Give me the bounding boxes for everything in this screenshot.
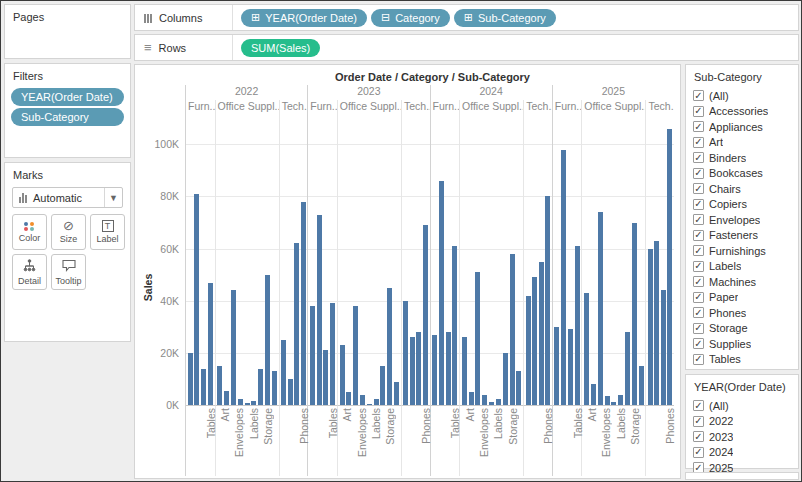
bar[interactable] (625, 332, 630, 405)
subcategory-filter-item[interactable]: ✓Art (690, 135, 794, 151)
detail-button[interactable]: Detail (12, 254, 47, 290)
bar[interactable] (188, 353, 193, 405)
bar[interactable] (584, 293, 589, 405)
bar[interactable] (452, 246, 457, 405)
bar[interactable] (410, 337, 415, 405)
category-header[interactable]: Tech.. (645, 100, 674, 114)
checkbox-checked[interactable]: ✓ (693, 199, 704, 210)
bar[interactable] (380, 366, 385, 405)
size-button[interactable]: ⊘Size (51, 214, 86, 250)
checkbox-checked[interactable]: ✓ (693, 431, 704, 442)
bar[interactable] (439, 181, 444, 405)
checkbox-checked[interactable]: ✓ (693, 245, 704, 256)
subcategory-filter-item[interactable]: ✓Phones (690, 305, 794, 321)
bar[interactable] (482, 395, 487, 405)
bar[interactable] (632, 223, 637, 406)
bar[interactable] (598, 212, 603, 405)
filter-pill[interactable]: YEAR(Order Date) (11, 88, 124, 106)
subcategory-filter-item[interactable]: ✓Tables (690, 352, 794, 368)
checkbox-checked[interactable]: ✓ (693, 121, 704, 132)
bar[interactable] (231, 290, 236, 405)
mark-type-dropdown[interactable]: Automatic ▼ (12, 187, 123, 208)
expand-icon[interactable]: ⊞ (464, 11, 473, 24)
bar[interactable] (387, 288, 392, 405)
checkbox-checked[interactable]: ✓ (693, 183, 704, 194)
category-header[interactable]: Furn.. (308, 100, 337, 114)
collapse-icon[interactable]: ⊟ (381, 11, 390, 24)
bar[interactable] (201, 369, 206, 406)
bar[interactable] (561, 150, 566, 406)
bar[interactable] (323, 350, 328, 405)
year-header[interactable]: 2024 (431, 85, 552, 100)
bar[interactable] (526, 296, 531, 406)
year-header[interactable]: 2022 (186, 85, 307, 100)
bar[interactable] (554, 327, 559, 405)
subcategory-filter-item[interactable]: ✓Chairs (690, 181, 794, 197)
category-header[interactable]: Furn.. (553, 100, 582, 114)
bar[interactable] (648, 249, 653, 405)
year-filter-item[interactable]: ✓2023 (690, 429, 794, 445)
category-header[interactable]: Tech.. (279, 100, 308, 114)
bar[interactable] (310, 306, 315, 405)
bar[interactable] (545, 196, 550, 405)
bar[interactable] (330, 303, 335, 405)
label-button[interactable]: TLabel (90, 214, 125, 250)
year-filter-item[interactable]: ✓(All) (690, 398, 794, 414)
bar[interactable] (272, 371, 277, 405)
bar[interactable] (346, 392, 351, 405)
category-header[interactable]: Office Suppl.. (337, 100, 401, 114)
bar[interactable] (475, 272, 480, 405)
checkbox-checked[interactable]: ✓ (693, 214, 704, 225)
bar[interactable] (611, 402, 616, 405)
subcategory-filter-item[interactable]: ✓Envelopes (690, 212, 794, 228)
color-button[interactable]: Color (12, 214, 47, 250)
bar[interactable] (251, 401, 256, 405)
bar[interactable] (591, 384, 596, 405)
checkbox-checked[interactable]: ✓ (693, 261, 704, 272)
bar[interactable] (469, 392, 474, 405)
expand-icon[interactable]: ⊞ (251, 11, 260, 24)
year-filter-item[interactable]: ✓2024 (690, 445, 794, 461)
subcategory-filter-item[interactable]: ✓Storage (690, 321, 794, 337)
checkbox-checked[interactable]: ✓ (693, 106, 704, 117)
year-header[interactable]: 2023 (308, 85, 429, 100)
year-filter-item[interactable]: ✓2022 (690, 414, 794, 430)
checkbox-checked[interactable]: ✓ (693, 276, 704, 287)
checkbox-checked[interactable]: ✓ (693, 230, 704, 241)
bar[interactable] (317, 215, 322, 405)
bar[interactable] (367, 404, 372, 405)
subcategory-filter-item[interactable]: ✓Copiers (690, 197, 794, 213)
tooltip-button[interactable]: Tooltip (51, 254, 86, 290)
bar[interactable] (245, 403, 250, 405)
bar[interactable] (654, 241, 659, 405)
subcategory-filter-item[interactable]: ✓Fasteners (690, 228, 794, 244)
bar[interactable] (532, 277, 537, 405)
bar[interactable] (224, 391, 229, 405)
bar[interactable] (605, 396, 610, 405)
subcategory-filter-item[interactable]: ✓(All) (690, 88, 794, 104)
dimension-pill[interactable]: ⊞Sub-Category (454, 9, 556, 27)
checkbox-checked[interactable]: ✓ (693, 137, 704, 148)
columns-shelf[interactable]: Columns ⊞YEAR(Order Date)⊟Category⊞Sub-C… (134, 4, 799, 31)
subcategory-filter-item[interactable]: ✓Appliances (690, 119, 794, 135)
bar[interactable] (258, 369, 263, 406)
bar[interactable] (394, 382, 399, 406)
bar[interactable] (432, 335, 437, 405)
checkbox-checked[interactable]: ✓ (693, 354, 704, 365)
bar[interactable] (667, 129, 672, 405)
category-header[interactable]: Tech.. (401, 100, 430, 114)
bar[interactable] (360, 395, 365, 405)
checkbox-checked[interactable]: ✓ (693, 447, 704, 458)
category-header[interactable]: Office Suppl.. (215, 100, 279, 114)
subcategory-filter-item[interactable]: ✓Machines (690, 274, 794, 290)
bar[interactable] (217, 366, 222, 405)
bar[interactable] (618, 395, 623, 405)
bar[interactable] (194, 194, 199, 405)
checkbox-checked[interactable]: ✓ (693, 152, 704, 163)
bar[interactable] (265, 275, 270, 405)
category-header[interactable]: Office Suppl.. (581, 100, 645, 114)
category-header[interactable]: Furn.. (431, 100, 460, 114)
subcategory-filter-item[interactable]: ✓Labels (690, 259, 794, 275)
bar[interactable] (539, 262, 544, 405)
checkbox-checked[interactable]: ✓ (693, 90, 704, 101)
